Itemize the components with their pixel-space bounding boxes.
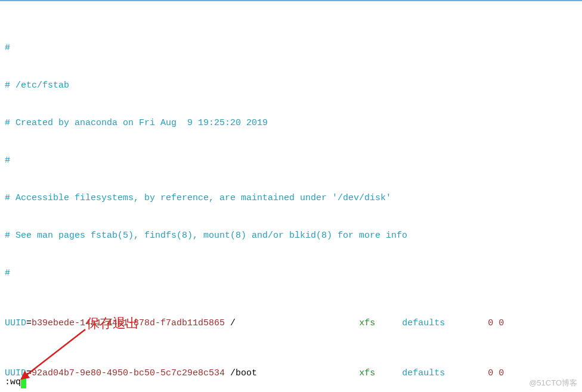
annotation-label: 保存退出 — [86, 315, 139, 333]
fstab-comment: # Created by anaconda on Fri Aug 9 19:25… — [5, 118, 268, 128]
terminal-editor[interactable]: # # /etc/fstab # Created by anaconda on … — [0, 0, 582, 392]
fstab-comment: # — [5, 268, 10, 278]
fstab-comment: # See man pages fstab(5), findfs(8), mou… — [5, 231, 407, 241]
mount-point: /boot — [225, 368, 359, 378]
uuid-value: 92ad04b7-9e80-4950-bc50-5c7c29e8c534 — [32, 368, 225, 378]
watermark-text: @51CTO博客 — [529, 378, 577, 388]
mount-point: / — [225, 318, 359, 328]
dump-pass: 0 0 — [488, 368, 504, 378]
fstab-comment: # — [5, 43, 10, 53]
fs-type: xfs — [359, 318, 375, 328]
vim-command-line[interactable]: :wq — [5, 376, 26, 388]
equals-sign: = — [26, 368, 32, 378]
fstab-comment: # /etc/fstab — [5, 80, 69, 91]
dump-pass: 0 0 — [488, 318, 504, 328]
equals-sign: = — [26, 318, 32, 328]
uuid-label: UUID — [5, 318, 26, 328]
cursor-icon — [21, 378, 26, 388]
fs-type: xfs — [359, 368, 375, 378]
fstab-comment: # — [5, 155, 10, 166]
mount-options: defaults — [375, 318, 488, 328]
fstab-entry-row: UUID=92ad04b7-9e80-4950-bc50-5c7c29e8c53… — [5, 367, 577, 379]
fstab-comment: # Accessible filesystems, by reference, … — [5, 193, 391, 203]
vim-command-text: :wq — [5, 377, 21, 387]
mount-options: defaults — [375, 368, 488, 378]
